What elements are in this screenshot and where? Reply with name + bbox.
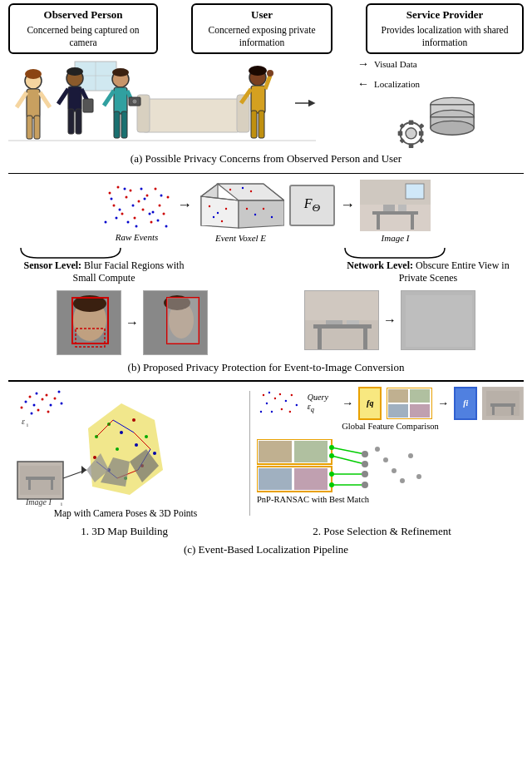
svg-point-209 xyxy=(329,445,334,450)
svg-line-12 xyxy=(17,92,27,107)
svg-point-46 xyxy=(406,128,416,139)
room-img-1 xyxy=(304,290,379,350)
arrow-left-icon: ← xyxy=(357,77,369,91)
svg-point-141 xyxy=(31,412,33,414)
user-desc: Concerned exposing private information xyxy=(208,25,315,47)
divider-a xyxy=(8,173,524,175)
svg-point-36 xyxy=(267,70,273,77)
event-voxel-item: Event Voxel E xyxy=(197,180,284,243)
svg-point-44 xyxy=(431,121,474,135)
svg-point-213 xyxy=(362,451,368,457)
svg-rect-0 xyxy=(141,99,241,132)
brace-right-svg xyxy=(341,246,515,259)
svg-rect-31 xyxy=(251,86,265,113)
svg-point-184 xyxy=(296,404,298,406)
svg-point-78 xyxy=(135,225,138,228)
svg-text:ε: ε xyxy=(22,417,25,426)
svg-rect-126 xyxy=(305,291,379,320)
svg-point-69 xyxy=(167,196,170,199)
svg-rect-47 xyxy=(409,120,414,125)
svg-point-96 xyxy=(254,214,256,215)
fq-box: fq xyxy=(358,387,382,420)
pnp-group: PnP-RANSAC with Best Match xyxy=(257,439,524,504)
face-img-1-svg xyxy=(57,291,121,355)
svg-point-67 xyxy=(155,188,157,190)
svg-point-79 xyxy=(144,198,146,200)
pipeline-row: Raw Events → xyxy=(8,180,524,243)
flow-visual-label: Visual Data xyxy=(374,59,417,69)
svg-point-152 xyxy=(120,431,123,434)
svg-point-62 xyxy=(146,195,149,197)
svg-rect-200 xyxy=(259,441,292,462)
global-feat-label: Global Feature Comparison xyxy=(257,422,524,431)
step1-label: 1. 3D Map Building xyxy=(81,525,168,538)
query-events-svg xyxy=(257,388,303,418)
svg-rect-24 xyxy=(114,87,127,114)
svg-point-66 xyxy=(159,205,161,207)
caption-b: (b) Proposed Privacy Protection for Even… xyxy=(128,361,405,374)
svg-point-160 xyxy=(116,447,119,451)
svg-point-178 xyxy=(268,392,270,393)
svg-point-100 xyxy=(242,187,244,189)
svg-rect-32 xyxy=(251,111,257,138)
svg-point-219 xyxy=(392,468,397,473)
svg-point-59 xyxy=(121,213,124,215)
raw-events-item: Raw Events xyxy=(101,180,172,242)
svg-point-57 xyxy=(126,196,128,199)
svg-rect-21 xyxy=(83,99,93,112)
svg-point-177 xyxy=(263,394,264,396)
arrow-query-icon: → xyxy=(342,397,353,410)
user-title: User xyxy=(199,8,325,22)
svg-rect-198 xyxy=(511,407,514,415)
svg-point-159 xyxy=(93,456,96,459)
svg-rect-203 xyxy=(259,468,292,490)
svg-rect-192 xyxy=(388,404,408,418)
room-img-1-svg xyxy=(305,291,379,350)
section-a: Observed Person Concerned being captured… xyxy=(8,3,524,167)
step-labels: 1. 3D Map Building 2. Pose Selection & R… xyxy=(8,525,524,538)
svg-rect-105 xyxy=(411,215,414,230)
svg-point-130 xyxy=(29,395,32,398)
svg-text:i: i xyxy=(27,422,28,428)
thumbs-svg xyxy=(387,388,432,419)
event-voxel-svg xyxy=(197,180,284,231)
server-area: → Visual Data ← Localization xyxy=(357,57,524,149)
svg-rect-10 xyxy=(27,116,32,139)
svg-point-8 xyxy=(25,69,42,79)
svg-rect-121 xyxy=(313,324,372,329)
svg-point-131 xyxy=(36,392,38,394)
global-feat-group: Query εq → fq xyxy=(257,387,524,431)
divider-b xyxy=(8,380,524,382)
data-flow: → Visual Data ← Localization xyxy=(357,57,524,91)
svg-point-134 xyxy=(46,393,48,396)
svg-point-92 xyxy=(225,208,227,210)
svg-point-218 xyxy=(383,457,388,462)
network-level-group: Network Level: Obscure Entire View in Pr… xyxy=(341,246,515,284)
pnp-svg xyxy=(257,439,423,493)
svg-rect-146 xyxy=(26,477,55,480)
svg-rect-104 xyxy=(377,215,380,230)
brace-left-svg xyxy=(17,246,191,259)
section-c: ε i Image I i Map with Camera Poses & 3D… xyxy=(8,384,524,559)
vertical-divider xyxy=(249,391,250,516)
server-icon xyxy=(391,91,490,149)
arrow-right-icon: → xyxy=(357,57,369,71)
svg-point-73 xyxy=(116,217,118,220)
svg-point-220 xyxy=(400,478,405,483)
network-demo-row: → xyxy=(304,290,475,350)
sensor-demo-row: → xyxy=(57,290,208,355)
svg-point-55 xyxy=(109,192,111,195)
service-title: Service Provider xyxy=(373,8,516,22)
svg-point-77 xyxy=(149,213,151,215)
svg-rect-123 xyxy=(363,329,367,349)
svg-point-101 xyxy=(250,190,252,192)
callout-observed: Observed Person Concerned being captured… xyxy=(8,3,158,54)
svg-marker-88 xyxy=(239,200,284,228)
svg-point-161 xyxy=(135,443,138,447)
image-i-svg xyxy=(360,180,431,231)
svg-text:i: i xyxy=(61,501,62,507)
svg-point-83 xyxy=(165,225,168,228)
svg-rect-196 xyxy=(490,403,515,407)
svg-rect-190 xyxy=(388,389,408,403)
callout-service: Service Provider Provides localization w… xyxy=(366,3,524,54)
